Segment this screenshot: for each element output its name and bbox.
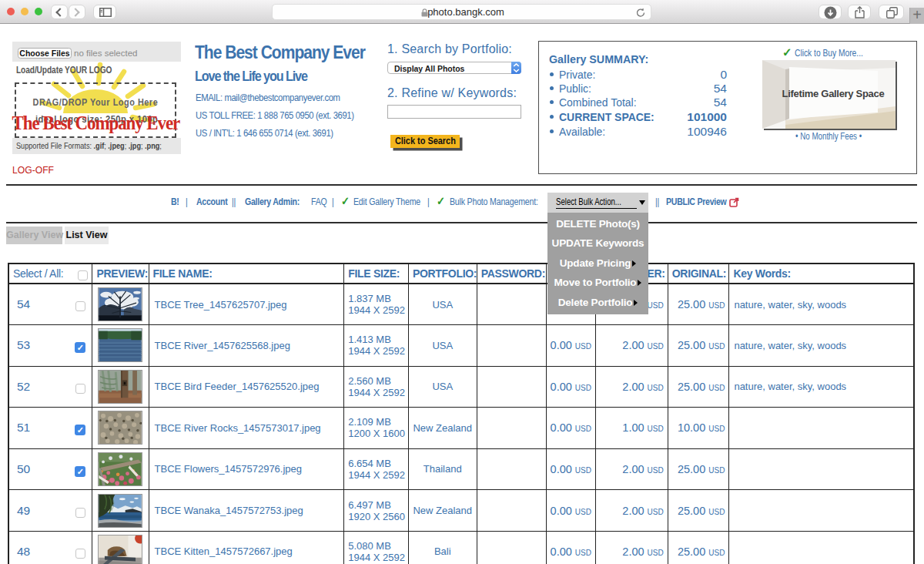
svg-text:Lifetime Gallery Space: Lifetime Gallery Space [782, 88, 885, 99]
